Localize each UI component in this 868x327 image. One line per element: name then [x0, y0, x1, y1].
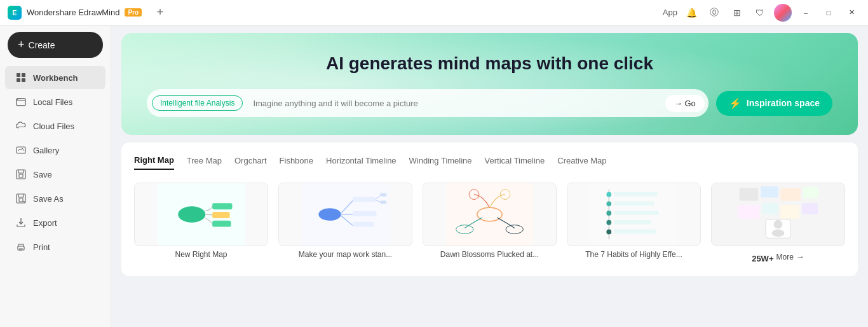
add-tab-button[interactable]: + [152, 4, 168, 21]
svg-rect-44 [614, 220, 651, 225]
sidebar-item-gallery-label: Gallery [33, 146, 59, 155]
local-files-icon [15, 96, 27, 108]
grid-button[interactable]: ⊞ [728, 4, 746, 22]
sidebar-item-export-label: Export [33, 218, 57, 228]
avatar[interactable] [774, 4, 792, 22]
restore-button[interactable]: □ [820, 4, 837, 22]
sidebar-item-save[interactable]: Save [5, 163, 105, 186]
svg-rect-7 [19, 174, 23, 177]
svg-point-17 [318, 208, 341, 221]
sidebar-item-save-as-label: Save As [33, 194, 64, 204]
template-card-more[interactable]: 25W+ More → [711, 183, 845, 263]
workbench-icon [15, 72, 27, 83]
tab-orgchart[interactable]: Orgchart [234, 155, 267, 170]
svg-rect-22 [353, 211, 376, 216]
svg-rect-4 [17, 99, 25, 106]
template-thumb-more [711, 183, 845, 246]
banner-title: AI generates mind maps with one click [147, 53, 832, 74]
minimize-button[interactable]: – [797, 4, 815, 22]
template-label-make-work-stand: Make your map work stan... [278, 250, 412, 259]
banner-search-input[interactable] [248, 99, 661, 108]
svg-rect-1 [22, 73, 25, 77]
template-card-7-habits[interactable]: The 7 Habits of Highly Effe... [567, 183, 701, 263]
tab-vertical-timeline[interactable]: Vertical Timeline [485, 155, 545, 170]
template-thumb-new-right-map [134, 183, 268, 246]
template-card-make-work-stand[interactable]: Make your map work stan... [278, 183, 412, 263]
tab-right-map[interactable]: Right Map [134, 155, 174, 170]
template-card-new-right-map[interactable]: New Right Map [134, 183, 268, 263]
svg-rect-50 [803, 187, 818, 198]
svg-rect-14 [212, 212, 229, 218]
save-as-icon [15, 193, 27, 204]
svg-point-38 [606, 211, 611, 216]
sidebar-item-local-files[interactable]: Local Files [5, 90, 105, 113]
svg-point-12 [178, 206, 205, 222]
svg-rect-54 [802, 203, 818, 214]
sidebar-item-cloud-files-label: Cloud Files [33, 122, 74, 131]
tab-winding-timeline[interactable]: Winding Timeline [409, 155, 472, 170]
pro-badge: Pro [125, 8, 142, 17]
notifications-button[interactable]: 🔔 [682, 4, 700, 22]
svg-point-37 [606, 201, 611, 206]
app-logo: E [8, 6, 22, 20]
sidebar-item-gallery[interactable]: Gallery [5, 139, 105, 162]
svg-rect-13 [212, 203, 232, 209]
svg-rect-9 [19, 198, 23, 202]
sidebar-item-local-files-label: Local Files [33, 97, 72, 107]
user-menu-button[interactable]: 🛡 [751, 4, 769, 22]
inspiration-space-button[interactable]: ⚡ Inspiration space [716, 91, 832, 116]
close-button[interactable]: ✕ [843, 4, 860, 22]
svg-rect-10 [18, 246, 24, 250]
cloud-files-icon [15, 120, 27, 132]
svg-rect-52 [762, 203, 778, 214]
svg-rect-41 [614, 192, 658, 197]
sidebar-item-cloud-files[interactable]: Cloud Files [5, 115, 105, 137]
banner-search-box: Intelligent file Analysis → Go [147, 89, 709, 117]
svg-rect-42 [614, 201, 654, 205]
svg-rect-26 [380, 193, 386, 197]
svg-point-36 [606, 192, 611, 197]
svg-rect-21 [353, 197, 375, 202]
templates-section: Right Map Tree Map Orgchart Fishbone Hor… [121, 143, 858, 276]
content-area: AI generates mind maps with one click In… [111, 25, 868, 327]
tab-creative-map[interactable]: Creative Map [557, 155, 606, 170]
sidebar: + Create Workbench [0, 25, 111, 327]
svg-point-57 [772, 230, 785, 237]
sidebar-item-print-label: Print [33, 242, 50, 252]
more-count: 25W+ [752, 254, 773, 263]
main-layout: + Create Workbench [0, 25, 868, 327]
export-icon [15, 217, 27, 228]
sidebar-item-print[interactable]: Print [5, 235, 105, 258]
template-label-more: More [776, 253, 793, 261]
sidebar-item-workbench-label: Workbench [33, 73, 78, 83]
svg-rect-2 [17, 78, 20, 82]
template-card-dawn-blossoms[interactable]: Dawn Blossoms Plucked at... [423, 183, 557, 263]
svg-rect-53 [780, 205, 799, 219]
svg-point-40 [606, 230, 611, 235]
plus-icon: + [18, 38, 25, 52]
sidebar-item-workbench[interactable]: Workbench [5, 66, 105, 89]
svg-rect-3 [22, 78, 25, 82]
create-button[interactable]: + Create [8, 32, 103, 58]
sidebar-item-export[interactable]: Export [5, 211, 105, 234]
svg-rect-51 [738, 205, 759, 219]
ai-banner: AI generates mind maps with one click In… [121, 33, 858, 135]
tab-horizontal-timeline[interactable]: Horizontal Timeline [326, 155, 397, 170]
app-header-label[interactable]: App [663, 8, 677, 17]
svg-point-56 [774, 220, 783, 229]
template-thumb-7-habits [567, 183, 701, 246]
template-label-new-right-map: New Right Map [134, 250, 268, 259]
template-thumb-dawn-blossoms [423, 183, 557, 246]
sidebar-item-save-label: Save [33, 170, 52, 179]
template-grid: New Right Map [134, 183, 845, 263]
intelligent-analysis-tag[interactable]: Intelligent file Analysis [152, 95, 243, 111]
gallery-icon [15, 144, 27, 156]
sidebar-item-save-as[interactable]: Save As [5, 187, 105, 210]
svg-rect-49 [780, 188, 800, 201]
tab-fishbone[interactable]: Fishbone [280, 155, 313, 170]
help-button[interactable]: ⓪ [705, 4, 723, 22]
template-label-dawn-blossoms: Dawn Blossoms Plucked at... [423, 250, 557, 259]
go-button[interactable]: → Go [665, 95, 705, 112]
svg-rect-0 [17, 73, 20, 77]
tab-tree-map[interactable]: Tree Map [187, 155, 222, 170]
